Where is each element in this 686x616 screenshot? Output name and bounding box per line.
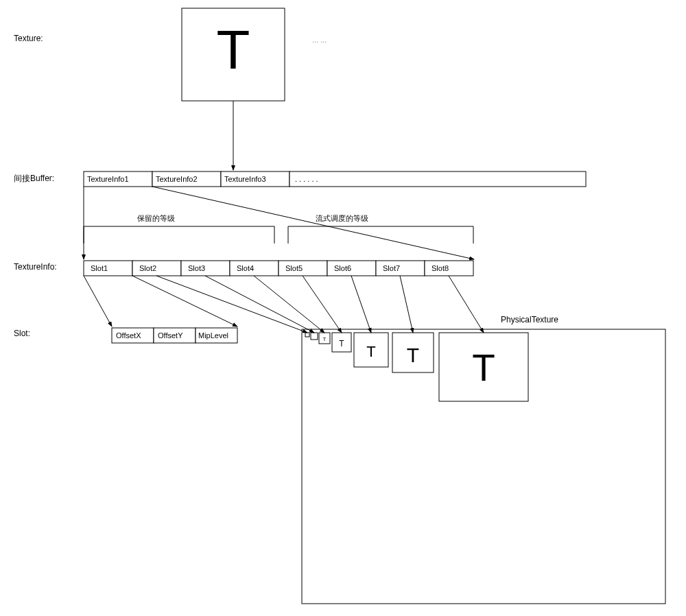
arrow-slot7-mip [400,276,413,333]
bracket-reserved [84,226,274,244]
texture-glyph: T [217,19,250,80]
arrow-slot1-right [132,276,237,327]
slotfield-1: OffsetY [158,331,183,340]
arrow-slot5-mip [303,276,342,333]
mip-3-t: T [339,339,344,348]
slot-2: Slot3 [188,264,205,272]
arrow-slot1-left [84,276,112,327]
slotfield-0: OffsetX [116,331,141,340]
slot-6: Slot7 [383,264,400,272]
buffer-cell-0: TextureInfo1 [87,175,129,183]
slot-7: Slot8 [431,264,449,272]
buffer-cell-2: TextureInfo3 [224,175,266,183]
mip-2-t: T [323,336,327,342]
slot-0: Slot1 [91,264,108,272]
slot-4: Slot5 [285,264,303,272]
arrow-slot4-mip [254,276,324,333]
label-reserved-levels: 保留的等级 [137,214,175,222]
buffer-cell [289,171,586,187]
arrow-slot8-mip [449,276,484,333]
textureinfo-row: Slot1 Slot2 Slot3 Slot4 Slot5 Slot6 Slot… [84,261,473,276]
buffer-cell-1: TextureInfo2 [156,175,198,183]
label-physical-texture: PhysicalTexture [501,315,558,324]
arrow-slot3-mip [205,276,314,333]
buffer-cell-3: . . . . . . [295,175,318,183]
mip-1 [311,333,318,340]
label-textureinfo: TextureInfo: [14,262,57,272]
texture-ellipsis: ... ... [312,36,327,44]
slotfield-2: MipLevel [198,331,228,340]
bracket-streaming [288,226,473,244]
slot-1: Slot2 [139,264,156,272]
mip-5-t: T [407,344,419,366]
arrow-ti1-right [152,187,474,259]
label-texture: Texture: [14,34,43,43]
mip-6-t: T [472,346,495,389]
slot-3: Slot4 [237,264,254,272]
slot-5: Slot6 [334,264,351,272]
arrow-slot6-mip [351,276,371,333]
label-slot: Slot: [14,329,30,338]
mip-0 [305,333,309,337]
label-indirect-buffer: 间接Buffer: [14,174,54,183]
diagram-svg: Texture: 间接Buffer: TextureInfo: Slot: Ph… [0,0,686,616]
label-streaming-levels: 流式调度的等级 [316,214,368,222]
mip-4-t: T [366,343,375,360]
